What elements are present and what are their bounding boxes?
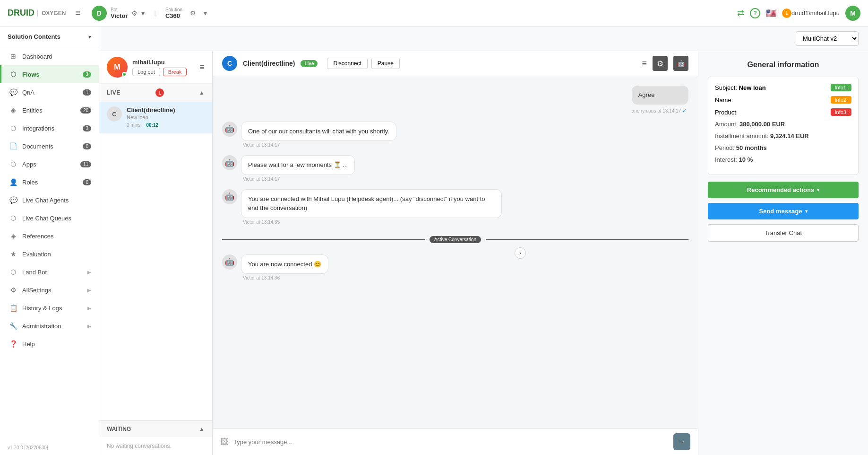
send-message-button-right[interactable]: Send message ▾ — [708, 203, 859, 219]
disconnect-button[interactable]: Disconnect — [327, 58, 367, 69]
sidebar-item-references[interactable]: ◈ References — [0, 227, 99, 245]
all-settings-arrow-icon: ▶ — [87, 288, 91, 293]
agent-avatar: M — [107, 57, 128, 78]
flows-badge: 3 — [83, 71, 91, 78]
sidebar-item-evaluation[interactable]: ★ Evaluation — [0, 245, 99, 263]
evaluation-icon: ★ — [9, 250, 17, 258]
sidebar-item-documents[interactable]: 📄 Documents 0 — [0, 137, 99, 155]
waiting-chevron-icon[interactable]: ▲ — [199, 426, 205, 432]
sidebar-label-evaluation: Evaluation — [22, 251, 91, 258]
sidebar-label-flows: Flows — [22, 71, 78, 78]
sidebar-label-land-bot: Land Bot — [22, 269, 83, 276]
land-bot-arrow-icon: ▶ — [87, 270, 91, 275]
sidebar-header-title: Solution Contents — [8, 33, 60, 40]
main-layout: Solution Contents ▾ ⊞ Dashboard ⬡ Flows … — [0, 26, 868, 455]
logout-button[interactable]: Log out — [132, 68, 160, 76]
general-info-card: Subject: New loan Info1: Name: Info2: Pr… — [708, 77, 859, 175]
pause-button[interactable]: Pause — [371, 58, 400, 69]
agent-name: mihail.lupu — [132, 59, 195, 66]
message-consultant-meta: Victor at 13:14:17 — [241, 142, 396, 148]
live-chevron-icon[interactable]: ▲ — [199, 89, 205, 96]
user-notification-badge: 1 — [782, 9, 791, 18]
live-section: Live 1 ▲ C Client(directline) New loan 0… — [99, 84, 212, 420]
sidebar-item-roles[interactable]: 👤 Roles 0 — [0, 173, 99, 191]
multichat-select[interactable]: MultiChat v2 MultiChat v1 — [796, 31, 859, 46]
sidebar-item-flows[interactable]: ⬡ Flows 3 — [0, 65, 99, 83]
chat-header-actions: Disconnect Pause — [327, 58, 399, 69]
qna-badge: 1 — [83, 89, 91, 96]
message-agree-meta: anonymous at 13:14:17 ✓ — [632, 108, 688, 114]
transfer-icon[interactable]: ⇄ — [737, 8, 744, 18]
solution-chevron-icon[interactable]: ▾ — [204, 9, 207, 17]
language-flag[interactable]: 🇺🇸 — [766, 8, 776, 18]
waiting-title: Waiting — [107, 426, 131, 432]
bot-message-icon-3: 🤖 — [222, 189, 237, 204]
sidebar-item-help[interactable]: ❓ Help — [0, 335, 99, 353]
chat-robot-icon[interactable]: 🤖 — [673, 56, 688, 71]
sidebar-item-dashboard[interactable]: ⊞ Dashboard — [0, 47, 99, 65]
sidebar-item-land-bot[interactable]: ⬡ Land Bot ▶ — [0, 263, 99, 281]
sidebar-label-administration: Administration — [22, 323, 83, 330]
message-connected-bubble: You are connected with Mihail Lupu (Help… — [241, 189, 502, 218]
bot-chevron-icon[interactable]: ▾ — [141, 9, 145, 17]
name-row: Name: Info2: — [715, 96, 851, 104]
verified-icon: ✓ — [682, 108, 687, 114]
break-button[interactable]: Break — [163, 68, 187, 76]
sidebar-label-roles: Roles — [22, 179, 78, 186]
solution-name: C360 — [165, 12, 182, 19]
live-chat-queues-icon: ⬡ — [9, 214, 17, 222]
agent-online-dot — [122, 72, 127, 77]
administration-arrow-icon: ▶ — [87, 324, 91, 329]
agent-menu-icon[interactable]: ≡ — [199, 62, 205, 72]
sidebar-item-live-chat-agents[interactable]: 💬 Live Chat Agents — [0, 191, 99, 209]
bot-gear-icon[interactable]: ⚙ — [131, 9, 138, 17]
interest-label: Interest: — [715, 156, 739, 163]
chat-message-input[interactable] — [233, 438, 669, 446]
subject-badge: Info1: — [831, 84, 851, 91]
installment-label: Installment amount: — [715, 132, 770, 140]
chat-item-avatar: C — [107, 106, 122, 122]
sidebar-item-integrations[interactable]: ⬡ Integrations 3 — [0, 119, 99, 137]
sidebar-label-all-settings: AllSettings — [22, 287, 83, 294]
active-conversation-divider: Active Conversation — [222, 236, 688, 243]
send-message-button[interactable]: → — [673, 433, 690, 450]
chat-menu-icon[interactable]: ≡ — [642, 59, 647, 69]
expand-panel-button[interactable]: › — [515, 247, 526, 259]
sidebar-item-history-logs[interactable]: 📋 History & Logs ▶ — [0, 299, 99, 317]
recommended-actions-button[interactable]: Recommended actions ▾ — [708, 182, 859, 198]
sidebar-chevron-icon[interactable]: ▾ — [88, 34, 91, 40]
chat-settings-icon[interactable]: ⚙ — [653, 56, 668, 71]
topbar-menu-icon[interactable]: ≡ — [75, 8, 80, 18]
transfer-chat-button[interactable]: Transfer Chat — [708, 224, 859, 242]
roles-badge: 0 — [83, 179, 91, 185]
message-wait-meta: Victor at 13:14:17 — [241, 176, 355, 182]
land-bot-icon: ⬡ — [9, 268, 17, 276]
sidebar-item-apps[interactable]: ⬡ Apps 11 — [0, 155, 99, 173]
image-attachment-icon[interactable]: 🖼 — [220, 437, 229, 447]
subject-value: New loan — [739, 84, 766, 91]
message-wait-row: 🤖 Please wait for a few moments ⏳ ... Vi… — [222, 155, 355, 182]
qna-icon: 💬 — [9, 88, 17, 96]
sidebar-item-qna[interactable]: 💬 QnA 1 — [0, 83, 99, 101]
sidebar-label-dashboard: Dashboard — [22, 53, 91, 60]
topbar: DRUID OXYGEN ≡ D Bot Victor ⚙ ▾ | Soluti… — [0, 0, 868, 26]
interest-row: Interest: 10 % — [715, 156, 851, 163]
sidebar-label-entities: Entities — [22, 107, 76, 114]
user-avatar[interactable]: M — [845, 6, 860, 21]
chat-item-client[interactable]: C Client(directline) New loan 0 mins 00:… — [99, 102, 212, 133]
sidebar-item-administration[interactable]: 🔧 Administration ▶ — [0, 317, 99, 335]
waiting-empty-label: No waiting conversations. — [99, 437, 212, 455]
sidebar-item-live-chat-queues[interactable]: ⬡ Live Chat Queues — [0, 209, 99, 227]
installment-row: Installment amount: 9,324.14 EUR — [715, 132, 851, 140]
chat-item-name: Client(directline) — [127, 106, 205, 114]
recommended-chevron-icon: ▾ — [817, 187, 819, 192]
recommended-actions-label: Recommended actions — [747, 186, 814, 193]
topbar-separator: | — [154, 9, 155, 17]
help-icon[interactable]: ? — [750, 8, 760, 18]
solution-gear-icon[interactable]: ⚙ — [190, 9, 196, 17]
sidebar-item-entities[interactable]: ◈ Entities 20 — [0, 101, 99, 119]
chat-input-area: 🖼 → — [213, 428, 698, 455]
sidebar-label-references: References — [22, 233, 91, 240]
sidebar-item-all-settings[interactable]: ⚙ AllSettings ▶ — [0, 281, 99, 299]
agent-actions: Log out Break — [132, 68, 195, 76]
